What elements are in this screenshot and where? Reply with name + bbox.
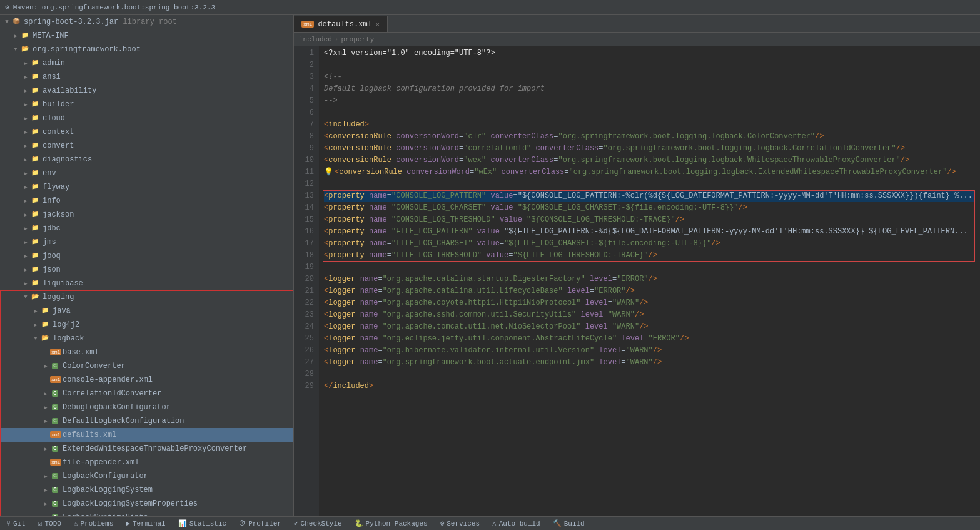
tree-item-logback-logging-system[interactable]: ▶ C LogbackLoggingSystem [0,483,293,497]
chevron-org-spring: ▼ [11,46,20,53]
folder-icon-jooq: 📁 [30,251,40,261]
tree-item-env[interactable]: ▶ 📁 env [0,166,293,180]
bottom-tab-services-label: Services [447,520,480,527]
code-area[interactable]: <?xml version="1.0" encoding="UTF-8"?><!… [319,46,980,516]
tree-item-jooq[interactable]: ▶ 📁 jooq [0,249,293,263]
code-content-13: <property name="CONSOLE_LOG_PATTERN" val… [324,190,972,202]
label-liquibase: liquibase [43,279,83,288]
line-number-22: 22 [294,297,314,309]
bottom-tab-python-packages[interactable]: 🐍 Python Packages [348,517,434,530]
tree-item-base-xml[interactable]: xml base.xml [0,345,293,359]
problems-icon: ⚠ [74,519,78,527]
tree-item-liquibase[interactable]: ▶ 📁 liquibase [0,277,293,290]
tree-item-jackson[interactable]: ▶ 📁 jackson [0,208,293,222]
tree-item-jdbc[interactable]: ▶ 📁 jdbc [0,222,293,235]
code-content-4: Default logback configuration provided f… [324,83,545,95]
terminal-icon: ▶ [126,519,130,527]
checkstyle-icon: ✔ [294,519,298,527]
line-number-20: 20 [294,273,314,285]
tree-item-logback-configurator[interactable]: ▶ C LogbackConfigurator [0,469,293,483]
bottom-tab-services[interactable]: ⚙ Services [434,517,486,530]
lightbulb-icon[interactable]: 💡 [324,166,333,178]
tree-item-diagnostics[interactable]: ▶ 📁 diagnostics [0,153,293,166]
label-builder: builder [43,100,74,109]
line-number-24: 24 [294,321,314,333]
code-content-18: <property name="FILE_LOG_THRESHOLD" valu… [324,250,657,262]
tree-item-ansi[interactable]: ▶ 📁 ansi [0,70,293,84]
code-line-23: <logger name="org.apache.sshd.common.uti… [324,309,975,321]
tree-item-info[interactable]: ▶ 📁 info [0,194,293,208]
bottom-tab-todo[interactable]: ☑ TODO [32,517,68,530]
breadcrumb-separator: › [335,36,339,43]
folder-icon-java: 📁 [40,306,50,316]
tree-item-extended-ws[interactable]: ▶ C ExtendedWhitespaceThrowableProxyConv… [0,442,293,456]
tree-item-org-spring[interactable]: ▼ 📂 org.springframework.boot [0,43,293,56]
services-icon: ⚙ [440,519,445,527]
tree-root[interactable]: ▼ 📦 spring-boot-3.2.3.jar library root [0,15,293,29]
tree-item-logback[interactable]: ▼ 📂 logback [0,332,293,345]
tree-item-logging[interactable]: ▼ 📂 logging [0,290,293,304]
code-content-22: <logger name="org.apache.coyote.http11.H… [324,297,649,309]
folder-icon-log4j2: 📁 [40,320,50,330]
tree-item-correlation-id[interactable]: ▶ C CorrelationIdConverter [0,387,293,400]
todo-icon: ☑ [38,519,43,527]
tree-item-flyway[interactable]: ▶ 📁 flyway [0,180,293,194]
build-icon: 🔨 [553,519,562,527]
bottom-tab-statistic[interactable]: 📊 Statistic [172,517,233,530]
tab-bar: xml defaults.xml ✕ [294,15,980,33]
bottom-tab-terminal[interactable]: ▶ Terminal [119,517,171,530]
bottom-tabs: ⑂ Git ☑ TODO ⚠ Problems ▶ Terminal 📊 Sta… [0,517,591,530]
bottom-tab-problems[interactable]: ⚠ Problems [68,517,119,530]
class-icon-logback-ls: C [50,485,60,495]
tree-item-logback-logging-props[interactable]: ▶ C LogbackLoggingSystemProperties [0,497,293,511]
tree-item-convert[interactable]: ▶ 📁 convert [0,139,293,153]
code-content-10: <conversionRule conversionWord="wex" con… [324,155,909,166]
tree-item-console-appender[interactable]: xml console-appender.xml [0,373,293,387]
tree-item-cloud[interactable]: ▶ 📁 cloud [0,111,293,125]
tree-item-default-logback[interactable]: ▶ C DefaultLogbackConfiguration [0,414,293,428]
code-content-17: <property name="FILE_LOG_CHARSET" value=… [324,238,720,250]
line-number-27: 27 [294,357,314,369]
bottom-tab-checkstyle-label: CheckStyle [301,520,342,527]
code-lines-container: <?xml version="1.0" encoding="UTF-8"?><!… [324,48,975,392]
tree-item-defaults-xml[interactable]: xml defaults.xml [0,428,293,442]
bottom-tab-git[interactable]: ⑂ Git [0,517,32,530]
code-content-9: <conversionRule conversionWord="correlat… [324,143,905,155]
bottom-tab-auto-build[interactable]: △ Auto-build [486,517,547,530]
xml-icon-file-appender: xml [50,457,60,467]
tree-item-java[interactable]: ▶ 📁 java [0,304,293,318]
tree-item-log4j2[interactable]: ▶ 📁 log4j2 [0,318,293,332]
label-logback-logging-system: LogbackLoggingSystem [63,486,153,494]
tab-label-defaults: defaults.xml [318,20,371,29]
tree-item-color-converter[interactable]: ▶ C ColorConverter [0,359,293,373]
tree-item-logback-runtime[interactable]: ▶ C LogbackRuntimeHints [0,511,293,516]
class-icon-debug: C [50,402,60,412]
line-number-6: 6 [294,107,314,119]
folder-icon-diagnostics: 📁 [30,155,40,165]
tab-close-button[interactable]: ✕ [376,21,380,28]
jar-icon: 📦 [11,17,21,27]
editor-content: 1234567891011121314151617181920212223242… [294,46,980,516]
tree-item-jms[interactable]: ▶ 📁 jms [0,235,293,249]
bottom-tab-build[interactable]: 🔨 Build [547,517,591,530]
line-number-5: 5 [294,95,314,107]
tree-item-context[interactable]: ▶ 📁 context [0,125,293,139]
folder-icon-ansi: 📁 [30,72,40,82]
tree-item-builder[interactable]: ▶ 📁 builder [0,98,293,111]
tree-item-meta-inf[interactable]: ▶ 📁 META-INF [0,29,293,43]
line-number-12: 12 [294,178,314,190]
tree-item-availability[interactable]: ▶ 📁 availability [0,84,293,98]
code-content-29: </included> [324,380,373,392]
tree-item-admin[interactable]: ▶ 📁 admin [0,56,293,70]
tab-defaults-xml[interactable]: xml defaults.xml ✕ [294,16,388,32]
tree-item-file-appender[interactable]: xml file-appender.xml [0,456,293,469]
tree-item-debug-logback[interactable]: ▶ C DebugLogbackConfigurator [0,400,293,414]
bottom-tab-checkstyle[interactable]: ✔ CheckStyle [288,517,348,530]
profiler-icon: ⏱ [239,519,246,527]
tree-item-json[interactable]: ▶ 📁 json [0,263,293,277]
bottom-tab-profiler[interactable]: ⏱ Profiler [233,517,288,530]
title-bar: ⚙ Maven: org.springframework.boot:spring… [0,0,980,15]
label-log4j2: log4j2 [53,320,79,329]
code-line-22: <logger name="org.apache.coyote.http11.H… [324,297,975,309]
folder-icon-env: 📁 [30,168,40,178]
